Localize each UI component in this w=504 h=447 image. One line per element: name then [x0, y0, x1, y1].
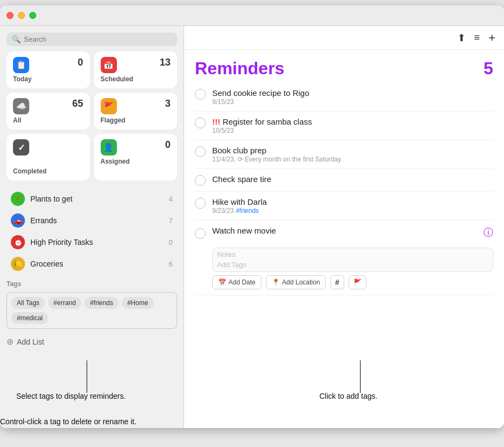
recurrence-icon: ⟳ — [238, 156, 243, 163]
close-button[interactable] — [6, 12, 14, 19]
reminder-title-3: Book club prep — [212, 146, 493, 155]
all-icon: ☁️ — [13, 98, 29, 114]
list-item-plants[interactable]: 🌿 Plants to get 4 — [6, 188, 177, 210]
smart-list-assigned[interactable]: 👤 0 Assigned — [94, 134, 178, 180]
flagged-count: 3 — [165, 98, 171, 109]
add-date-label: Add Date — [228, 278, 256, 286]
edit-area: Notes Add Tags — [212, 248, 493, 272]
detail-count: 5 — [483, 59, 493, 79]
reminder-title-2-text: Register for samba class — [222, 117, 312, 126]
tag-home[interactable]: #Home — [122, 297, 154, 309]
tags-label: Tags — [6, 280, 177, 288]
plants-count: 4 — [169, 195, 173, 203]
reminder-checkbox-4[interactable] — [195, 175, 206, 186]
reminder-title-4: Check spare tire — [212, 174, 493, 184]
search-bar[interactable]: 🔍 — [6, 33, 177, 46]
assigned-label: Assigned — [101, 158, 171, 165]
reminders-list: Send cookie recipe to Rigo 9/15/23 !!! R… — [184, 83, 504, 428]
tag-medical[interactable]: #medical — [11, 312, 48, 324]
reminder-date-2: 10/5/23 — [212, 127, 493, 134]
reminder-checkbox-6[interactable] — [195, 228, 206, 239]
reminder-row-editing: ⓘ Notes Add Tags 📅 Add Date — [195, 221, 493, 295]
reminder-checkbox-2[interactable] — [195, 118, 206, 128]
reminder-checkbox-3[interactable] — [195, 146, 206, 157]
add-location-button[interactable]: 📍 Add Location — [266, 275, 326, 289]
reminder-content-1: Send cookie recipe to Rigo 9/15/23 — [212, 88, 493, 106]
add-list-button[interactable]: ⊕ Add List — [0, 332, 184, 351]
reminder-date-1: 9/15/23 — [212, 98, 493, 106]
reminder-edit-expanded: Notes Add Tags 📅 Add Date 📍 Add Location — [212, 245, 493, 289]
maximize-button[interactable] — [29, 12, 36, 19]
groceries-count: 6 — [169, 260, 173, 268]
add-reminder-icon[interactable]: + — [488, 31, 495, 45]
groceries-label: Groceries — [30, 260, 163, 268]
reminder-checkbox-5[interactable] — [195, 198, 206, 209]
detail-title: Reminders — [195, 59, 284, 79]
info-icon[interactable]: ⓘ — [483, 226, 493, 239]
hashtag-icon: # — [335, 278, 339, 287]
scheduled-label: Scheduled — [101, 75, 171, 83]
reminder-title-5: Hike with Darla — [212, 197, 493, 206]
edit-toolbar: 📅 Add Date 📍 Add Location # — [212, 275, 493, 289]
reminder-date-3-text: 11/4/23, — [212, 156, 235, 163]
scheduled-icon: 📅 — [101, 57, 117, 73]
today-icon: 📋 — [13, 57, 29, 73]
tag-errand[interactable]: #errand — [48, 297, 81, 309]
title-bar — [0, 5, 504, 26]
errands-icon: 🚗 — [11, 213, 25, 228]
add-list-label: Add List — [17, 338, 44, 346]
list-item-groceries[interactable]: 🍋 Groceries 6 — [6, 253, 177, 275]
errands-count: 7 — [169, 217, 173, 225]
reminder-title-input-6[interactable] — [212, 226, 477, 235]
highpriority-count: 0 — [169, 238, 173, 247]
traffic-lights — [6, 12, 36, 19]
add-date-button[interactable]: 📅 Add Date — [212, 275, 261, 289]
scheduled-count: 13 — [160, 57, 171, 68]
smart-list-flagged[interactable]: 🚩 3 Flagged — [94, 93, 178, 129]
reminder-date-3: 11/4/23, ⟳ Every month on the first Satu… — [212, 156, 493, 163]
add-location-icon: 📍 — [272, 278, 280, 286]
list-item-errands[interactable]: 🚗 Errands 7 — [6, 210, 177, 231]
add-list-icon: ⊕ — [6, 336, 14, 347]
flag-icon: 🚩 — [354, 278, 362, 286]
list-item-highpriority[interactable]: ⏰ High Priority Tasks 0 — [6, 231, 177, 253]
tags-container: All Tags #errand #friends #Home #medical — [6, 292, 177, 329]
smart-list-completed[interactable]: ✓ Completed — [6, 134, 90, 180]
reminder-row: Book club prep 11/4/23, ⟳ Every month on… — [195, 140, 493, 169]
add-location-label: Add Location — [282, 278, 320, 286]
tag-all-tags[interactable]: All Tags — [11, 297, 45, 309]
minimize-button[interactable] — [18, 12, 25, 19]
tag-friends[interactable]: #friends — [84, 297, 119, 309]
detail-header: Reminders 5 — [184, 50, 504, 83]
tags-placeholder[interactable]: Add Tags — [217, 261, 246, 269]
smart-list-all[interactable]: ☁️ 65 All — [6, 93, 90, 129]
reminder-content-3: Book club prep 11/4/23, ⟳ Every month on… — [212, 146, 493, 163]
detail-toolbar: ⬆ ≡ + — [184, 26, 504, 50]
priority-icon: !!! — [212, 117, 220, 126]
add-date-icon: 📅 — [218, 278, 226, 286]
reminder-title-1: Send cookie recipe to Rigo — [212, 88, 493, 98]
add-flag-button[interactable]: 🚩 — [349, 275, 366, 289]
reminder-title-2: !!! Register for samba class — [212, 117, 493, 126]
friends-tag-link[interactable]: #friends — [235, 207, 259, 215]
highpriority-label: High Priority Tasks — [30, 238, 163, 247]
reminder-date-5: 9/23/23 #friends — [212, 207, 493, 215]
smart-list-scheduled[interactable]: 📅 13 Scheduled — [94, 51, 178, 88]
list-view-icon[interactable]: ≡ — [474, 32, 480, 43]
notes-placeholder[interactable]: Notes — [217, 250, 488, 258]
reminder-row: Hike with Darla 9/23/23 #friends — [195, 192, 493, 221]
smart-list-today[interactable]: 📋 0 Today — [6, 51, 90, 88]
reminder-checkbox-1[interactable] — [195, 89, 206, 100]
reminder-content-4: Check spare tire — [212, 174, 493, 184]
highpriority-icon: ⏰ — [11, 235, 25, 249]
search-input[interactable] — [24, 35, 172, 43]
today-label: Today — [13, 75, 83, 83]
flagged-icon: 🚩 — [101, 98, 117, 114]
today-count: 0 — [77, 57, 83, 68]
app-window: 🔍 📋 0 Today 📅 13 — [0, 5, 504, 428]
add-tag-button[interactable]: # — [330, 275, 344, 289]
share-icon[interactable]: ⬆ — [457, 32, 466, 44]
search-icon: 🔍 — [12, 35, 21, 43]
all-count: 65 — [72, 98, 83, 109]
detail-panel: ⬆ ≡ + Reminders 5 Send cookie recipe to … — [184, 26, 504, 428]
